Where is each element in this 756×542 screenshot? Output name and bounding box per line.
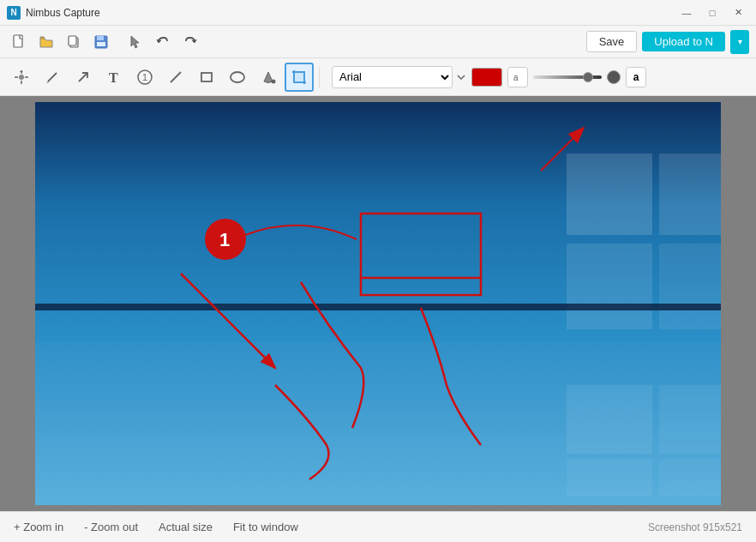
redo-button[interactable] (178, 30, 202, 54)
svg-rect-5 (97, 42, 105, 46)
zoom-out-button[interactable]: - Zoom out (84, 521, 138, 533)
title-bar: N Nimbus Capture — □ ✕ (0, 0, 756, 26)
open-file-button[interactable] (34, 30, 58, 54)
upload-dropdown-button[interactable]: ▾ (730, 30, 749, 54)
app-icon: N (7, 6, 21, 20)
number-tool[interactable]: 1 (130, 63, 159, 92)
save-button[interactable]: Save (586, 31, 638, 52)
tool-separator (319, 67, 320, 87)
svg-line-14 (171, 72, 181, 82)
cursor-button[interactable] (123, 30, 147, 54)
save-disk-button[interactable] (89, 30, 113, 54)
svg-marker-6 (131, 36, 139, 48)
font-dropdown-icon (456, 72, 466, 82)
win-logo-reflect-tl (567, 385, 652, 454)
fill-tool[interactable] (254, 63, 283, 92)
svg-text:T: T (109, 70, 118, 85)
desktop-background (35, 102, 721, 505)
title-left: N Nimbus Capture (7, 6, 100, 20)
minimize-button[interactable]: — (675, 4, 698, 21)
toolbar-main-right: Save Upload to N ▾ (586, 30, 749, 54)
svg-rect-4 (97, 36, 104, 40)
ellipse-tool[interactable] (223, 63, 252, 92)
font-selector[interactable]: Arial Times New Roman Verdana (332, 66, 453, 88)
pen-tool[interactable] (38, 63, 67, 92)
arrow-tool[interactable] (69, 63, 98, 92)
new-file-button[interactable] (7, 30, 31, 54)
pan-tool[interactable] (7, 63, 36, 92)
color-picker[interactable] (471, 68, 502, 87)
svg-text:a: a (513, 73, 519, 82)
opacity-circle (607, 70, 621, 84)
zoom-in-button[interactable]: + Zoom in (14, 521, 63, 533)
text-tool[interactable]: T (99, 63, 129, 92)
canvas-area[interactable]: 1 (0, 96, 756, 511)
svg-rect-15 (201, 73, 212, 81)
svg-point-7 (19, 75, 24, 80)
reflection-band (35, 304, 721, 310)
actual-size-button[interactable]: Actual size (159, 521, 213, 533)
line-tool[interactable] (161, 63, 190, 92)
svg-point-17 (272, 79, 276, 83)
toolbar-tools: T 1 (0, 58, 756, 96)
title-controls: — □ ✕ (675, 4, 749, 21)
toolbar-main-left (7, 30, 202, 54)
svg-rect-2 (69, 36, 76, 45)
screenshot-container: 1 (35, 102, 721, 505)
win-logo-tl (567, 154, 652, 235)
upload-button[interactable]: Upload to N (642, 32, 725, 51)
opacity-handle[interactable] (583, 72, 593, 82)
svg-point-16 (231, 72, 244, 82)
win-logo-reflect-tr (659, 385, 721, 454)
win-logo-bl (567, 244, 652, 329)
status-bar-left: + Zoom in - Zoom out Actual size Fit to … (14, 521, 298, 533)
fill-style-button[interactable]: a (507, 67, 528, 87)
svg-line-10 (79, 73, 87, 81)
opacity-slider[interactable] (533, 75, 602, 79)
svg-rect-18 (294, 72, 304, 82)
svg-text:1: 1 (142, 72, 147, 82)
win-logo-reflect-bl (567, 459, 652, 497)
fit-to-window-button[interactable]: Fit to window (233, 521, 298, 533)
toolbar-main: Save Upload to N ▾ (0, 26, 756, 58)
screenshot-info: Screenshot 915x521 (648, 521, 742, 533)
status-bar: + Zoom in - Zoom out Actual size Fit to … (0, 511, 756, 542)
undo-button[interactable] (151, 30, 175, 54)
crop-tool[interactable] (285, 63, 314, 92)
maximize-button[interactable]: □ (701, 4, 723, 21)
win-logo-reflect-br (659, 459, 721, 497)
app-title: Nimbus Capture (26, 7, 100, 19)
text-fill-button[interactable]: a (626, 67, 646, 87)
win-logo-br (659, 244, 721, 329)
rectangle-tool[interactable] (192, 63, 221, 92)
win-logo-tr (659, 154, 721, 235)
close-button[interactable]: ✕ (727, 4, 749, 21)
svg-line-8 (48, 73, 57, 81)
font-area: Arial Times New Roman Verdana a a (332, 66, 646, 88)
copy-button[interactable] (62, 30, 86, 54)
